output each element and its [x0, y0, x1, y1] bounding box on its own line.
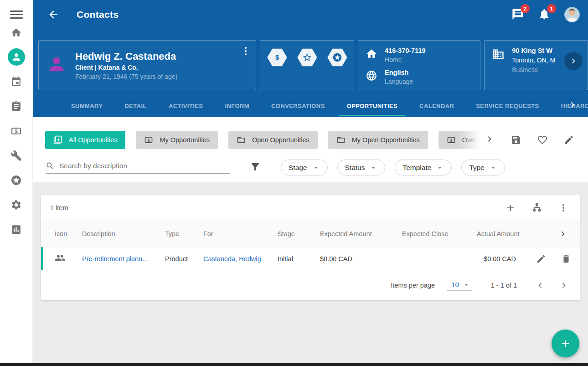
sidebar-item-reports[interactable]: [0, 217, 33, 242]
sidebar: $: [0, 0, 33, 363]
edit-pencil-icon[interactable]: [536, 254, 546, 264]
card-menu-button[interactable]: [241, 46, 250, 56]
add-icon[interactable]: [505, 202, 516, 213]
template-dropdown[interactable]: Template: [395, 160, 452, 175]
sidebar-item-tools[interactable]: [0, 143, 33, 168]
type-dropdown[interactable]: Type: [461, 160, 505, 175]
tabs-next-button[interactable]: [567, 99, 578, 112]
star-hexagon-icon[interactable]: [294, 47, 320, 68]
col-for[interactable]: For: [203, 230, 278, 237]
dollar-box-icon: $: [10, 125, 22, 137]
avatar-image: [565, 7, 579, 22]
row-description-link[interactable]: Pre-retirement plann...: [82, 255, 165, 263]
sidebar-item-contacts[interactable]: [0, 45, 33, 69]
user-avatar[interactable]: [564, 7, 580, 22]
active-indicator: [8, 48, 25, 66]
contact-name: Hedwig Z. Castaneda: [75, 50, 177, 63]
tab-service-requests[interactable]: SERVICE REQUESTS: [465, 96, 550, 116]
stage-dropdown[interactable]: Stage: [281, 160, 328, 175]
chip-my-opportunities[interactable]: $ My Opportunities: [136, 131, 218, 149]
clipboard-icon: [10, 101, 22, 112]
chip-label: Open Opportunities: [252, 136, 309, 144]
tab-conversations[interactable]: CONVERSATIONS: [260, 96, 336, 116]
dollar-hexagon-icon[interactable]: $: [264, 47, 290, 68]
star-circle-hexagon-icon[interactable]: [324, 47, 351, 68]
search-icon: [46, 161, 55, 170]
svg-text:$: $: [15, 128, 18, 134]
sidebar-item-calendar[interactable]: [0, 69, 33, 94]
chip-all-opportunities[interactable]: All Opportunities: [45, 131, 125, 149]
language-entry[interactable]: English Language: [366, 69, 473, 85]
tab-summary[interactable]: SUMMARY: [60, 96, 113, 116]
kebab-menu-icon[interactable]: [558, 202, 569, 213]
edit-pencil-icon[interactable]: [563, 134, 574, 145]
search-box[interactable]: [46, 161, 230, 174]
row-for-link[interactable]: Castaneda, Hedwig: [203, 255, 278, 263]
chip-own-opportunities[interactable]: $ Own: [438, 131, 480, 149]
col-type[interactable]: Type: [165, 230, 203, 237]
page-size-select[interactable]: 10: [447, 280, 472, 291]
col-icon[interactable]: Icon: [55, 230, 82, 237]
tab-detail[interactable]: DETAIL: [113, 96, 157, 116]
globe-icon: [366, 70, 377, 82]
sidebar-item-favorites[interactable]: [0, 168, 33, 192]
col-stage[interactable]: Stage: [278, 230, 320, 237]
search-input[interactable]: [58, 161, 230, 170]
bar-chart-icon: [10, 224, 22, 235]
sidebar-item-tasks[interactable]: [0, 94, 33, 119]
items-per-page-label: Items per page: [391, 282, 435, 289]
col-expected-amount[interactable]: Expected Amount: [320, 230, 402, 237]
search-filter-row: Stage Status Template Type: [33, 160, 588, 175]
chat-button[interactable]: 2: [511, 8, 525, 21]
row-expected-amount: $0.00 CAD: [320, 255, 402, 263]
back-button[interactable]: [47, 9, 59, 21]
tab-inform[interactable]: INFORM: [214, 96, 260, 116]
tab-activities[interactable]: ACTIVITIES: [158, 96, 214, 116]
col-description[interactable]: Description: [82, 230, 165, 237]
dollar-box-icon: $: [144, 135, 153, 144]
address-label: Business: [512, 66, 555, 73]
heart-icon[interactable]: [537, 134, 548, 145]
next-page-icon[interactable]: [559, 280, 569, 290]
saved-filter-chips: All Opportunities $ My Opportunities Ope…: [33, 131, 588, 149]
caret-down-icon: [489, 164, 497, 172]
page-range: 1 - 1 of 1: [491, 282, 517, 289]
hamburger-menu-icon[interactable]: [10, 9, 23, 20]
sidebar-item-settings[interactable]: [0, 192, 33, 217]
tab-calendar[interactable]: CALENDAR: [408, 96, 465, 116]
tab-opportunities[interactable]: OPPORTUNITIES: [336, 96, 408, 116]
table-row[interactable]: Pre-retirement plann... Product Castaned…: [41, 247, 580, 270]
chips-next-button[interactable]: [484, 134, 495, 146]
chip-my-open-opportunities[interactable]: My Open Opportunities: [328, 131, 428, 149]
sidebar-item-home[interactable]: [0, 20, 33, 45]
building-icon: [492, 48, 505, 61]
app-bar: Contacts 2 1: [33, 0, 588, 29]
cards-next-button[interactable]: [564, 52, 583, 70]
dropdown-label: Template: [402, 164, 431, 172]
language-value: English: [385, 69, 413, 76]
prev-page-icon[interactable]: [535, 280, 545, 290]
contact-summary-card: Hedwig Z. Castaneda Client | Katana & Co…: [38, 40, 256, 90]
save-icon[interactable]: [511, 134, 521, 145]
sidebar-item-opportunities[interactable]: $: [0, 119, 33, 143]
svg-text:$: $: [275, 54, 279, 61]
phone-entry[interactable]: 416-370-7119 Home: [366, 47, 473, 63]
address-line1: 90 King St W: [512, 47, 555, 54]
chip-open-opportunities[interactable]: Open Opportunities: [228, 131, 318, 149]
hierarchy-icon[interactable]: [531, 202, 542, 213]
badges-card: $: [260, 40, 354, 90]
status-dropdown[interactable]: Status: [337, 160, 386, 175]
col-actual-amount[interactable]: Actual Amount: [477, 230, 536, 237]
gear-icon: [10, 199, 22, 211]
caret-down-icon: [369, 164, 377, 172]
filter-funnel-button[interactable]: [250, 161, 261, 174]
col-expected-close[interactable]: Expected Close: [402, 230, 477, 237]
row-actual-amount: $0.00 CAD: [477, 255, 536, 263]
notifications-button[interactable]: 1: [538, 8, 552, 21]
folder-icon: [237, 135, 246, 144]
caret-down-icon: [312, 164, 320, 172]
add-fab-button[interactable]: [552, 330, 579, 357]
wrench-icon: [10, 150, 22, 161]
trash-icon[interactable]: [561, 254, 571, 264]
columns-next-button[interactable]: [536, 229, 580, 239]
